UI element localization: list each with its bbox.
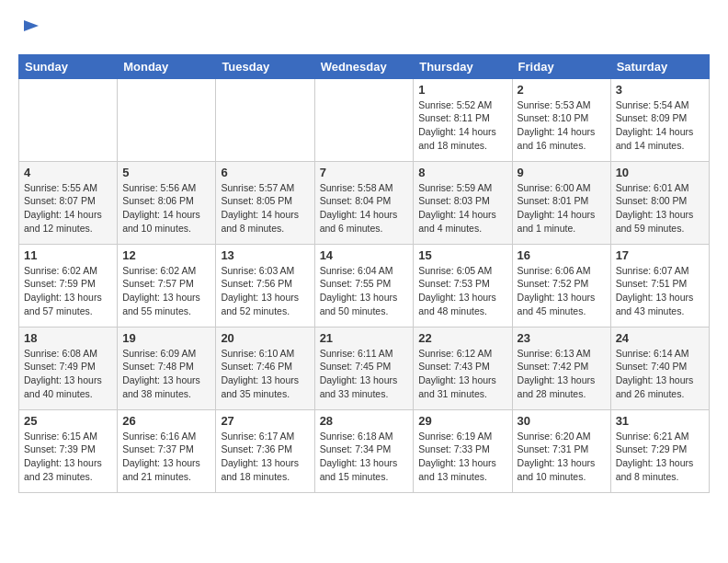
day-info: Sunrise: 6:15 AM Sunset: 7:39 PM Dayligh… xyxy=(24,430,112,484)
day-info: Sunrise: 6:02 AM Sunset: 7:59 PM Dayligh… xyxy=(24,264,112,318)
page-header xyxy=(18,18,710,45)
day-info: Sunrise: 6:12 AM Sunset: 7:43 PM Dayligh… xyxy=(418,347,506,401)
calendar-cell xyxy=(19,78,118,161)
day-number: 1 xyxy=(418,83,506,97)
calendar-cell: 21Sunrise: 6:11 AM Sunset: 7:45 PM Dayli… xyxy=(314,327,414,409)
day-info: Sunrise: 6:06 AM Sunset: 7:52 PM Dayligh… xyxy=(518,264,606,318)
day-info: Sunrise: 6:02 AM Sunset: 7:57 PM Dayligh… xyxy=(122,264,210,318)
weekday-header-wednesday: Wednesday xyxy=(314,54,414,78)
day-info: Sunrise: 6:21 AM Sunset: 7:29 PM Dayligh… xyxy=(616,430,704,484)
logo-flag-icon xyxy=(20,18,42,40)
calendar-cell: 3Sunrise: 5:54 AM Sunset: 8:09 PM Daylig… xyxy=(610,78,709,161)
day-number: 11 xyxy=(24,248,112,262)
day-number: 10 xyxy=(616,166,704,179)
calendar-cell: 9Sunrise: 6:00 AM Sunset: 8:01 PM Daylig… xyxy=(512,161,610,244)
day-info: Sunrise: 6:08 AM Sunset: 7:49 PM Dayligh… xyxy=(24,347,112,401)
day-info: Sunrise: 6:20 AM Sunset: 7:31 PM Dayligh… xyxy=(518,430,606,484)
day-number: 27 xyxy=(221,414,309,428)
day-number: 23 xyxy=(518,331,606,345)
day-info: Sunrise: 6:11 AM Sunset: 7:45 PM Dayligh… xyxy=(320,347,409,401)
day-number: 22 xyxy=(418,331,506,345)
day-number: 26 xyxy=(122,414,210,428)
day-number: 19 xyxy=(122,331,210,345)
calendar-cell: 5Sunrise: 5:56 AM Sunset: 8:06 PM Daylig… xyxy=(118,161,216,244)
day-number: 3 xyxy=(616,83,704,97)
day-info: Sunrise: 5:56 AM Sunset: 8:06 PM Dayligh… xyxy=(122,181,210,236)
day-info: Sunrise: 5:52 AM Sunset: 8:11 PM Dayligh… xyxy=(418,98,506,153)
calendar-table: SundayMondayTuesdayWednesdayThursdayFrid… xyxy=(18,54,710,493)
calendar-cell: 22Sunrise: 6:12 AM Sunset: 7:43 PM Dayli… xyxy=(414,327,512,409)
calendar-cell: 25Sunrise: 6:15 AM Sunset: 7:39 PM Dayli… xyxy=(19,409,118,492)
calendar-cell: 26Sunrise: 6:16 AM Sunset: 7:37 PM Dayli… xyxy=(118,409,216,492)
calendar-cell: 19Sunrise: 6:09 AM Sunset: 7:48 PM Dayli… xyxy=(118,327,216,409)
day-number: 17 xyxy=(616,248,704,262)
day-number: 28 xyxy=(320,414,409,428)
day-number: 21 xyxy=(320,331,409,345)
day-info: Sunrise: 5:53 AM Sunset: 8:10 PM Dayligh… xyxy=(518,98,606,153)
calendar-cell: 11Sunrise: 6:02 AM Sunset: 7:59 PM Dayli… xyxy=(19,244,118,327)
calendar-week-row: 4Sunrise: 5:55 AM Sunset: 8:07 PM Daylig… xyxy=(19,161,710,244)
day-number: 20 xyxy=(221,331,309,345)
day-info: Sunrise: 6:13 AM Sunset: 7:42 PM Dayligh… xyxy=(518,347,606,401)
calendar-week-row: 18Sunrise: 6:08 AM Sunset: 7:49 PM Dayli… xyxy=(19,327,710,409)
calendar-cell xyxy=(118,78,216,161)
calendar-cell: 23Sunrise: 6:13 AM Sunset: 7:42 PM Dayli… xyxy=(512,327,610,409)
day-number: 8 xyxy=(418,166,506,179)
calendar-cell xyxy=(216,78,314,161)
day-number: 25 xyxy=(24,414,112,428)
weekday-header-tuesday: Tuesday xyxy=(216,54,314,78)
day-info: Sunrise: 6:05 AM Sunset: 7:53 PM Dayligh… xyxy=(418,264,506,318)
day-info: Sunrise: 6:04 AM Sunset: 7:55 PM Dayligh… xyxy=(320,264,409,318)
day-number: 12 xyxy=(122,248,210,262)
calendar-cell: 14Sunrise: 6:04 AM Sunset: 7:55 PM Dayli… xyxy=(314,244,414,327)
calendar-week-row: 11Sunrise: 6:02 AM Sunset: 7:59 PM Dayli… xyxy=(19,244,710,327)
day-info: Sunrise: 6:09 AM Sunset: 7:48 PM Dayligh… xyxy=(122,347,210,401)
calendar-week-row: 25Sunrise: 6:15 AM Sunset: 7:39 PM Dayli… xyxy=(19,409,710,492)
calendar-cell: 15Sunrise: 6:05 AM Sunset: 7:53 PM Dayli… xyxy=(414,244,512,327)
day-number: 18 xyxy=(24,331,112,345)
weekday-header-sunday: Sunday xyxy=(19,54,118,78)
day-info: Sunrise: 6:19 AM Sunset: 7:33 PM Dayligh… xyxy=(418,430,506,484)
day-info: Sunrise: 5:54 AM Sunset: 8:09 PM Dayligh… xyxy=(616,98,704,153)
day-number: 14 xyxy=(320,248,409,262)
calendar-cell: 4Sunrise: 5:55 AM Sunset: 8:07 PM Daylig… xyxy=(19,161,118,244)
calendar-cell: 31Sunrise: 6:21 AM Sunset: 7:29 PM Dayli… xyxy=(610,409,709,492)
calendar-cell: 8Sunrise: 5:59 AM Sunset: 8:03 PM Daylig… xyxy=(414,161,512,244)
calendar-cell: 16Sunrise: 6:06 AM Sunset: 7:52 PM Dayli… xyxy=(512,244,610,327)
day-info: Sunrise: 5:55 AM Sunset: 8:07 PM Dayligh… xyxy=(24,181,112,236)
day-info: Sunrise: 6:14 AM Sunset: 7:40 PM Dayligh… xyxy=(616,347,704,401)
calendar-cell: 27Sunrise: 6:17 AM Sunset: 7:36 PM Dayli… xyxy=(216,409,314,492)
calendar-cell: 24Sunrise: 6:14 AM Sunset: 7:40 PM Dayli… xyxy=(610,327,709,409)
day-number: 9 xyxy=(518,166,606,179)
weekday-header-friday: Friday xyxy=(512,54,610,78)
day-info: Sunrise: 6:01 AM Sunset: 8:00 PM Dayligh… xyxy=(616,181,704,236)
day-info: Sunrise: 6:03 AM Sunset: 7:56 PM Dayligh… xyxy=(221,264,309,318)
day-number: 24 xyxy=(616,331,704,345)
calendar-cell: 7Sunrise: 5:58 AM Sunset: 8:04 PM Daylig… xyxy=(314,161,414,244)
weekday-header-saturday: Saturday xyxy=(610,54,709,78)
calendar-cell: 29Sunrise: 6:19 AM Sunset: 7:33 PM Dayli… xyxy=(414,409,512,492)
day-number: 13 xyxy=(221,248,309,262)
calendar-cell: 20Sunrise: 6:10 AM Sunset: 7:46 PM Dayli… xyxy=(216,327,314,409)
day-number: 5 xyxy=(122,166,210,179)
day-info: Sunrise: 6:00 AM Sunset: 8:01 PM Dayligh… xyxy=(518,181,606,236)
day-number: 29 xyxy=(418,414,506,428)
calendar-cell: 2Sunrise: 5:53 AM Sunset: 8:10 PM Daylig… xyxy=(512,78,610,161)
day-number: 30 xyxy=(518,414,606,428)
calendar-cell: 6Sunrise: 5:57 AM Sunset: 8:05 PM Daylig… xyxy=(216,161,314,244)
calendar-header-row: SundayMondayTuesdayWednesdayThursdayFrid… xyxy=(19,54,710,78)
calendar-cell xyxy=(314,78,414,161)
calendar-cell: 13Sunrise: 6:03 AM Sunset: 7:56 PM Dayli… xyxy=(216,244,314,327)
weekday-header-thursday: Thursday xyxy=(414,54,512,78)
day-number: 15 xyxy=(418,248,506,262)
day-info: Sunrise: 6:18 AM Sunset: 7:34 PM Dayligh… xyxy=(320,430,409,484)
day-number: 2 xyxy=(518,83,606,97)
calendar-week-row: 1Sunrise: 5:52 AM Sunset: 8:11 PM Daylig… xyxy=(19,78,710,161)
day-number: 31 xyxy=(616,414,704,428)
day-number: 6 xyxy=(221,166,309,179)
day-info: Sunrise: 5:58 AM Sunset: 8:04 PM Dayligh… xyxy=(320,181,409,236)
calendar-cell: 12Sunrise: 6:02 AM Sunset: 7:57 PM Dayli… xyxy=(118,244,216,327)
calendar-cell: 10Sunrise: 6:01 AM Sunset: 8:00 PM Dayli… xyxy=(610,161,709,244)
day-number: 16 xyxy=(518,248,606,262)
calendar-cell: 28Sunrise: 6:18 AM Sunset: 7:34 PM Dayli… xyxy=(314,409,414,492)
